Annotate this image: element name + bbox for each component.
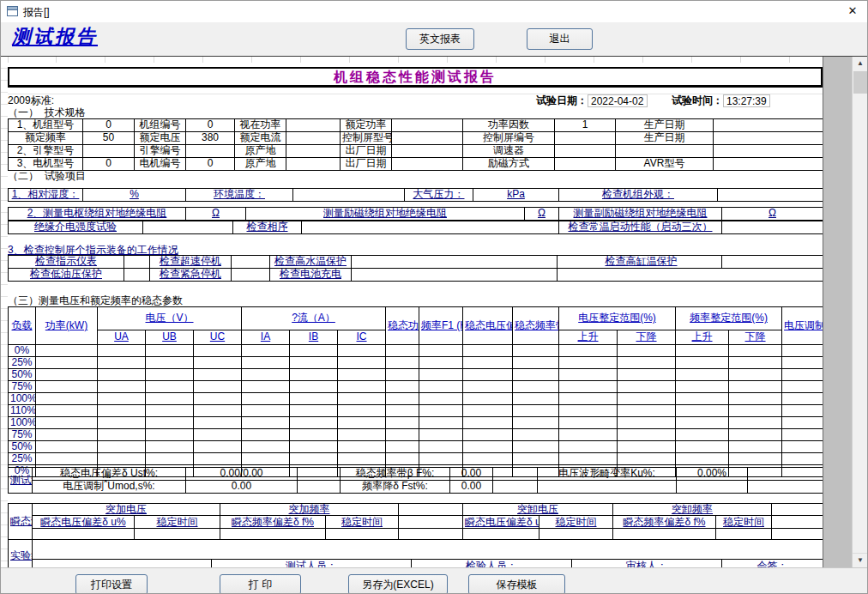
fband-result-label: 稳态频率带β F%: [341, 468, 450, 481]
countersign-label: 会签： [722, 560, 823, 568]
spec-label-cell: 原产地 [235, 158, 286, 171]
spec-row: 3、电机型号0电机编号0原产地出厂日期励磁方式AVR型号 [9, 158, 823, 171]
empty-cell [33, 560, 212, 568]
empty-cell [298, 468, 341, 481]
steady-empty-cell [98, 405, 146, 417]
steady-empty-cell [513, 357, 559, 369]
fband-result-value: 0.00 [450, 468, 493, 481]
scroll-down-icon[interactable]: ▼ [853, 553, 868, 567]
print-setup-button[interactable]: 打印设置 [75, 574, 148, 594]
steady-empty-cell [513, 369, 559, 381]
steady-empty-cell [290, 441, 338, 453]
spec-row: 1、机组型号0机组编号0视在功率额定功率功率因数1生产日期 [9, 119, 823, 132]
transient-empty-cell [399, 529, 463, 540]
report-main-title: 机组稳态性能测试报告 [334, 70, 497, 84]
steady-empty-cell [146, 429, 194, 441]
cold-start-value [722, 221, 823, 234]
steady-empty-cell [559, 429, 618, 441]
scroll-thumb[interactable] [853, 71, 867, 94]
steady-empty-cell [676, 453, 729, 465]
settle-time-label: 稳定时间 [539, 516, 613, 529]
steady-empty-cell [559, 345, 618, 357]
steady-empty-cell [782, 441, 823, 453]
save-as-excel-button[interactable]: 另存为(EXCEL) [348, 574, 448, 594]
steady-empty-cell [386, 381, 419, 393]
report-window: 报告[] ✕ 测试报告 英文报表 退出 机组稳态性能测试报告 2009标准: 试… [0, 0, 868, 594]
distortion-result-label: 电压波形畸变率Ku%: [538, 468, 677, 481]
steady-empty-cell [618, 369, 676, 381]
steady-empty-cell [386, 369, 419, 381]
steady-empty-cell [513, 453, 559, 465]
emergency-stop-value [232, 269, 270, 282]
steady-empty-cell [386, 441, 419, 453]
steady-empty-cell [242, 405, 290, 417]
steady-empty-cell [194, 357, 242, 369]
steady-empty-cell [419, 417, 463, 429]
steady-empty-cell [676, 405, 729, 417]
steady-empty-cell [729, 417, 782, 429]
load-cell: 110% [9, 405, 36, 417]
steady-empty-cell [419, 345, 463, 357]
empty-cell [748, 481, 823, 494]
inspector-label: 检验人员： [412, 560, 572, 568]
transient-empty-row [9, 529, 823, 540]
battery-charge-value [352, 269, 558, 282]
spec-value-cell [714, 132, 823, 145]
dielectric-test-value [143, 221, 233, 234]
steady-empty-cell [338, 393, 386, 405]
vertical-scrollbar[interactable]: ▲ ▼ [852, 57, 868, 567]
spec-label-cell [616, 145, 714, 158]
load-cell: 50% [9, 369, 36, 381]
print-button[interactable]: 打 印 [220, 574, 301, 594]
steady-empty-cell [146, 357, 194, 369]
test-date-value: 2022-04-02 [588, 94, 648, 107]
test-time-value: 13:27:39 [723, 94, 770, 107]
steady-empty-cell [559, 405, 618, 417]
steady-empty-cell [98, 393, 146, 405]
spec-value-cell [392, 145, 463, 158]
load-row: 110% [9, 405, 823, 417]
check-gauges-label: 检查指示仪表 [9, 256, 124, 269]
close-icon[interactable]: ✕ [845, 3, 860, 19]
steady-empty-cell [782, 393, 823, 405]
save-template-button[interactable]: 保存模板 [468, 574, 565, 594]
spec-row: 额定频率50额定电压380额定电流控制屏型号控制屏编号生产日期 [9, 132, 823, 145]
steady-empty-cell [729, 441, 782, 453]
empty-cell [298, 481, 341, 494]
steady-empty-cell [36, 417, 98, 429]
steady-empty-cell [146, 393, 194, 405]
settle-time-label: 稳定时间 [716, 516, 772, 529]
rise-header: 上升 [559, 330, 618, 345]
exit-button[interactable]: 退出 [527, 28, 593, 50]
steady-empty-cell [98, 369, 146, 381]
steady-empty-cell [559, 453, 618, 465]
frequency-range-header: 频率整定范围(%) [676, 307, 782, 330]
spec-value-cell [186, 145, 235, 158]
current-group-header: ?流（A） [242, 307, 386, 330]
check-gauges-value [124, 256, 150, 269]
english-report-button[interactable]: 英文报表 [406, 28, 474, 50]
steady-empty-cell [290, 381, 338, 393]
steady-empty-cell [36, 453, 98, 465]
steady-empty-cell [386, 453, 419, 465]
spec-label-cell: 出厂日期 [341, 158, 392, 171]
scroll-up-icon[interactable]: ▲ [853, 57, 868, 70]
steady-empty-cell [513, 441, 559, 453]
spec-value-cell [714, 119, 823, 132]
sudden-load-voltage-header: 突加电压 [33, 504, 220, 516]
steady-empty-cell [290, 357, 338, 369]
steady-empty-cell [194, 345, 242, 357]
armature-insulation-label: 2、测量电枢绕组对地绝缘电阻 [9, 208, 186, 221]
humidity-label: 1、相对湿度： [9, 189, 83, 202]
spec-value-cell [286, 132, 341, 145]
steady-empty-cell [98, 441, 146, 453]
steady-empty-cell [146, 441, 194, 453]
results-side-label: 测试结果 [9, 468, 33, 494]
ua-header: UA [98, 330, 146, 345]
steady-empty-cell [338, 357, 386, 369]
spec-value-cell [392, 158, 463, 171]
section2-title: （二） 试验项目 [8, 171, 823, 182]
steady-empty-cell [676, 393, 729, 405]
spec-label-cell: 视在功率 [235, 119, 286, 132]
ic-header: IC [338, 330, 386, 345]
